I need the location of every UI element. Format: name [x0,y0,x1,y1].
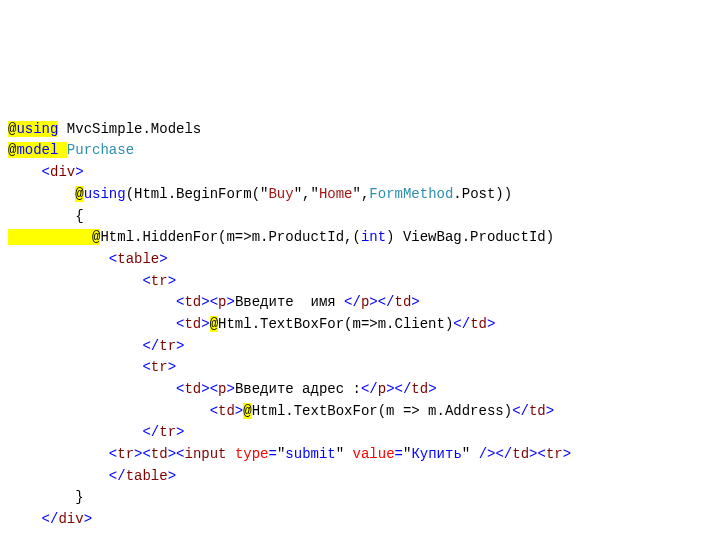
indent [8,424,142,440]
indent [8,294,176,310]
indent [8,338,142,354]
bracket: </ [512,403,529,419]
indent [8,186,75,202]
indent [8,403,210,419]
bracket: < [109,446,117,462]
razor-at: @ [210,316,218,332]
bracket: > [75,164,83,180]
bracket: > [201,294,209,310]
type-purchase: Purchase [67,142,134,158]
bracket: > [201,381,209,397]
tag-td: td [218,403,235,419]
bracket: </ [495,446,512,462]
indent [8,316,176,332]
tag-div: div [58,511,83,527]
indent [8,273,142,289]
space [58,142,66,158]
tag-td: td [395,294,412,310]
bracket: > [159,251,167,267]
bracket: </ [42,511,59,527]
bracket: < [109,251,117,267]
namespace: MvcSimple.Models [58,121,201,137]
bracket: > [226,381,234,397]
bracket: < [210,381,218,397]
brace: } [75,489,83,505]
tag-p: p [378,381,386,397]
tag-td: td [184,381,201,397]
tag-div: div [50,164,75,180]
keyword-int: int [361,229,386,245]
tag-td: td [411,381,428,397]
quote: " [311,186,319,202]
space [344,446,352,462]
text-name: Введите имя [235,294,344,310]
tag-tr: tr [151,359,168,375]
code-block: @using MvcSimple.Models @model Purchase … [8,119,712,531]
bracket: </ [142,338,159,354]
bracket: < [537,446,545,462]
indent [8,446,109,462]
brace: { [75,208,83,224]
value-submit: submit [285,446,335,462]
tag-tr: tr [117,446,134,462]
code: Html.TextBoxFor(m => m.Address) [252,403,512,419]
tag-td: td [184,294,201,310]
tag-table: table [126,468,168,484]
bracket: > [369,294,377,310]
string-home: Home [319,186,353,202]
bracket: > [411,294,419,310]
highlight-pad [8,229,92,245]
value-buy: Купить [411,446,461,462]
quote: " [462,446,470,462]
bracket: > [176,338,184,354]
tag-tr: tr [159,424,176,440]
bracket: > [176,424,184,440]
bracket: > [487,316,495,332]
type-formmethod: FormMethod [369,186,453,202]
bracket: < [142,359,150,375]
bracket: </ [395,381,412,397]
tag-input: input [184,446,226,462]
space [470,446,478,462]
eq: = [395,446,403,462]
bracket: < [42,164,50,180]
string-buy: Buy [268,186,293,202]
bracket: > [226,294,234,310]
tag-td: td [512,446,529,462]
tag-td: td [151,446,168,462]
bracket: > [168,468,176,484]
quote: " [294,186,302,202]
keyword-using: using [16,121,58,137]
bracket: </ [378,294,395,310]
tag-tr: tr [151,273,168,289]
keyword-using: using [84,186,126,202]
quote: " [336,446,344,462]
indent [8,468,109,484]
code: (Html.BeginForm( [126,186,260,202]
code: .Post)) [453,186,512,202]
indent [8,251,109,267]
code: ) ViewBag.ProductId) [386,229,554,245]
bracket: > [168,446,176,462]
tag-tr: tr [159,338,176,354]
indent [8,164,42,180]
space [227,446,235,462]
bracket: > [428,381,436,397]
bracket: > [168,273,176,289]
bracket: > [201,316,209,332]
quote: " [353,186,361,202]
indent [8,208,75,224]
indent [8,381,176,397]
bracket: < [210,294,218,310]
indent [8,489,75,505]
bracket: > [386,381,394,397]
indent [8,359,142,375]
bracket: </ [344,294,361,310]
bracket: < [210,403,218,419]
attr-type: type [235,446,269,462]
self-close: /> [479,446,496,462]
code: Html.HiddenFor(m=>m.ProductId,( [100,229,360,245]
bracket: > [563,446,571,462]
tag-td: td [470,316,487,332]
bracket: </ [109,468,126,484]
